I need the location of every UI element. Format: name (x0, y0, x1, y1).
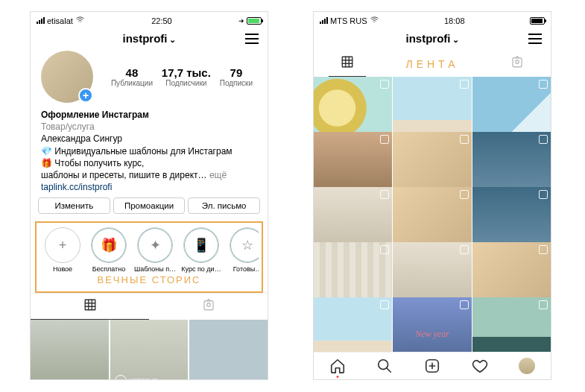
star-icon: ☆ (241, 237, 253, 253)
svg-rect-5 (342, 57, 352, 67)
svg-point-2 (206, 303, 210, 307)
svg-rect-6 (513, 58, 522, 67)
bio-title: Оформление Инстаграм (41, 109, 257, 121)
highlight-item[interactable]: ☆Готовы… (224, 227, 259, 273)
nav-home[interactable] (329, 358, 346, 374)
menu-button[interactable] (528, 34, 542, 44)
header-username[interactable]: instprofi⌄ (406, 32, 459, 45)
status-bar: etisalat 22:50 ➜ (31, 12, 268, 28)
highlight-new[interactable]: +Новое (39, 227, 86, 273)
svg-rect-0 (85, 300, 95, 311)
bio-link[interactable]: taplink.cc/instprofi (41, 181, 257, 193)
post-thumbnail[interactable] (31, 320, 109, 380)
nav-search[interactable] (376, 358, 393, 374)
post-thumbnail[interactable]: ИСТОРИЯМОЕЙ МЕЧТЫ (110, 320, 189, 380)
bottom-nav (314, 352, 551, 379)
stat-following[interactable]: 79Подписки (220, 66, 253, 87)
profile-header: instprofi⌄ (31, 28, 268, 51)
profile-header: instprofi⌄ (314, 28, 551, 51)
svg-rect-1 (204, 301, 213, 310)
carrier-label: etisalat (47, 16, 73, 25)
tab-grid[interactable] (31, 294, 149, 320)
carrier-label: MTS RUS (330, 16, 367, 25)
wifi-icon (75, 15, 85, 26)
status-right: ➜ (238, 17, 262, 25)
phone-feed: MTS RUS 18:08 instprofi⌄ ЛЕНТА КАК ЗАМЕН… (313, 11, 551, 380)
wifi-icon (370, 15, 379, 26)
gift-icon: 🎁 (101, 237, 117, 253)
star-icon: ✦ (150, 237, 161, 253)
chevron-down-icon: ⌄ (452, 35, 459, 44)
profile-avatar[interactable]: + (41, 51, 93, 103)
bio-name: Александра Сингур (41, 133, 257, 145)
profile-bio: Оформление Инстаграм Товар/услуга Алекса… (31, 103, 268, 197)
add-story-badge[interactable]: + (78, 88, 93, 103)
profile-tabs (31, 293, 268, 320)
status-time: 18:08 (444, 16, 465, 25)
bio-category: Товар/услуга (41, 121, 257, 133)
highlight-item[interactable]: 🎁Бесплатно (86, 227, 132, 273)
highlights-caption: ВЕЧНЫЕ СТОРИС (39, 274, 259, 285)
promotions-button[interactable]: Промоакции (113, 197, 186, 214)
highlight-item[interactable]: ✦Шаблоны п… (132, 227, 178, 273)
menu-button[interactable] (245, 34, 259, 44)
story-overlay: ИСТОРИЯМОЕЙ МЕЧТЫ (115, 375, 171, 380)
highlight-item[interactable]: 📱Курс по ди… (178, 227, 224, 273)
tab-tagged[interactable] (499, 51, 536, 77)
highlights-row[interactable]: +Новое 🎁Бесплатно ✦Шаблоны п… 📱Курс по д… (39, 227, 259, 273)
edit-profile-button[interactable]: Изменить (38, 197, 110, 214)
tab-tagged[interactable] (149, 294, 268, 320)
battery-icon (530, 17, 545, 25)
post-thumbnail[interactable] (189, 320, 268, 380)
feed-label: ЛЕНТА (366, 57, 499, 72)
tab-grid[interactable] (329, 51, 366, 77)
status-bar: MTS RUS 18:08 (314, 12, 551, 28)
chevron-down-icon: ⌄ (169, 35, 176, 44)
nav-add[interactable] (424, 358, 440, 374)
post-thumbnail[interactable]: New year (393, 297, 471, 352)
highlights-container: +Новое 🎁Бесплатно ✦Шаблоны п… 📱Курс по д… (35, 221, 263, 293)
bio-line: шаблоны и пресеты, пишите в директ… ещё (41, 169, 257, 181)
signal-icon (320, 17, 328, 24)
phone-icon: 📱 (193, 237, 209, 253)
bio-line: 💎 Индивидуальные шаблоны для Инстаграм (41, 145, 257, 157)
action-row: Изменить Промоакции Эл. письмо (31, 197, 268, 220)
post-thumbnail[interactable]: ШАБЛОНЫ ИНСТРУКЦИЯ (314, 297, 392, 352)
post-thumbnail[interactable]: ШАБЛОНЫ БЕСПЛАТНО (472, 297, 551, 352)
battery-icon (247, 17, 262, 25)
svg-point-7 (516, 60, 519, 64)
status-time: 22:50 (151, 16, 172, 25)
status-right (530, 17, 545, 25)
profile-stats: 48Публикации 17,7 тыс.Подписчики 79Подпи… (107, 66, 257, 87)
profile-top: + 48Публикации 17,7 тыс.Подписчики 79Под… (31, 51, 268, 103)
stat-posts[interactable]: 48Публикации (111, 66, 153, 87)
header-username[interactable]: instprofi⌄ (123, 32, 176, 45)
bio-line: 🎁 Чтобы получить курс, (41, 157, 257, 169)
profile-tabs: ЛЕНТА (314, 51, 551, 77)
phone-profile: etisalat 22:50 ➜ instprofi⌄ + 48Публикац… (30, 11, 268, 380)
email-button[interactable]: Эл. письмо (188, 197, 260, 214)
status-left: MTS RUS (320, 15, 379, 26)
post-grid: ИСТОРИЯМОЕЙ МЕЧТЫ (31, 320, 268, 380)
signal-icon (37, 17, 45, 24)
post-grid: КАК ЗАМЕНИТЬ ФОН ШАБЛОНЫ БЕСПЛАТНО КОПИР… (314, 77, 551, 352)
bio-more[interactable]: ещё (209, 170, 227, 180)
stat-followers[interactable]: 17,7 тыс.Подписчики (162, 66, 211, 87)
status-left: etisalat (37, 15, 85, 26)
nav-activity[interactable] (472, 358, 488, 374)
nav-profile[interactable] (519, 358, 535, 374)
